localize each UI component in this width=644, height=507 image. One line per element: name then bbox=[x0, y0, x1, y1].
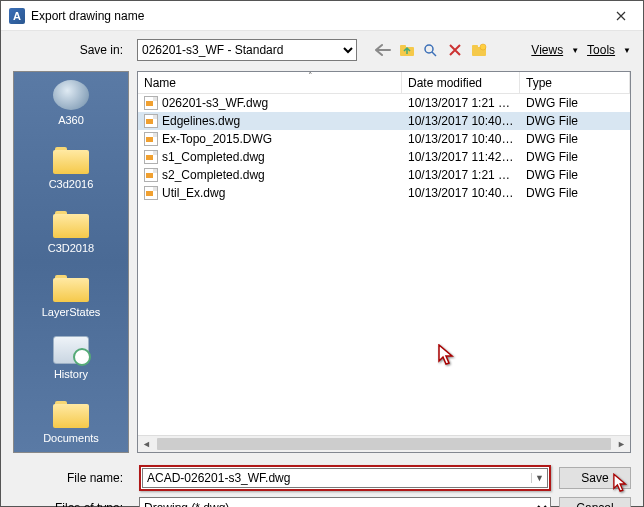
views-menu[interactable]: Views bbox=[527, 41, 567, 59]
file-type-dropdown[interactable]: Drawing (*.dwg) bbox=[139, 497, 551, 507]
file-name-cell: Ex-Topo_2015.DWG bbox=[138, 132, 402, 146]
delete-icon[interactable] bbox=[445, 40, 465, 60]
file-date-cell: 10/13/2017 1:21 PM bbox=[402, 96, 520, 110]
file-date-cell: 10/13/2017 10:40 … bbox=[402, 132, 520, 146]
file-name-highlight: ▼ bbox=[139, 465, 551, 491]
chevron-down-icon: ▼ bbox=[623, 46, 631, 55]
sidebar-item-label: Documents bbox=[43, 432, 99, 444]
file-name-cell: 026201-s3_WF.dwg bbox=[138, 96, 402, 110]
file-type-cell: DWG File bbox=[520, 132, 630, 146]
file-type-cell: DWG File bbox=[520, 186, 630, 200]
table-row[interactable]: 026201-s3_WF.dwg10/13/2017 1:21 PMDWG Fi… bbox=[138, 94, 630, 112]
dwg-file-icon bbox=[144, 186, 158, 200]
sidebar-item-label: A360 bbox=[58, 114, 84, 126]
a360-icon bbox=[53, 80, 89, 110]
file-name-cell: s1_Completed.dwg bbox=[138, 150, 402, 164]
sidebar-item-label: C3d2016 bbox=[49, 178, 94, 190]
sidebar-item-a360[interactable]: A360 bbox=[14, 72, 128, 136]
file-date-cell: 10/13/2017 1:21 PM bbox=[402, 168, 520, 182]
up-folder-icon[interactable] bbox=[397, 40, 417, 60]
sort-indicator-icon: ˄ bbox=[308, 71, 313, 81]
svg-point-2 bbox=[425, 45, 433, 53]
file-name-input[interactable] bbox=[143, 469, 531, 487]
location-toolbar: Save in: 026201-s3_WF - Standard Views ▼… bbox=[1, 31, 643, 65]
table-row[interactable]: Ex-Topo_2015.DWG10/13/2017 10:40 …DWG Fi… bbox=[138, 130, 630, 148]
sidebar-item-c3d2016[interactable]: C3d2016 bbox=[14, 136, 128, 200]
svg-rect-1 bbox=[400, 45, 406, 48]
tools-menu[interactable]: Tools bbox=[583, 41, 619, 59]
folder-dropdown[interactable]: 026201-s3_WF - Standard bbox=[137, 39, 357, 61]
title-bar: A Export drawing name bbox=[1, 1, 643, 31]
dwg-file-icon bbox=[144, 114, 158, 128]
folder-icon bbox=[53, 272, 89, 302]
scroll-right-icon[interactable]: ► bbox=[613, 436, 630, 452]
window-title: Export drawing name bbox=[31, 9, 598, 23]
history-icon bbox=[53, 336, 89, 364]
table-row[interactable]: s2_Completed.dwg10/13/2017 1:21 PMDWG Fi… bbox=[138, 166, 630, 184]
scroll-thumb[interactable] bbox=[157, 438, 611, 450]
column-header-type[interactable]: Type bbox=[520, 72, 630, 93]
file-date-cell: 10/13/2017 10:40 … bbox=[402, 114, 520, 128]
file-date-cell: 10/13/2017 11:42 … bbox=[402, 150, 520, 164]
file-type-label: Files of type: bbox=[13, 501, 131, 507]
horizontal-scrollbar[interactable]: ◄ ► bbox=[138, 435, 630, 452]
file-name-cell: Edgelines.dwg bbox=[138, 114, 402, 128]
file-type-cell: DWG File bbox=[520, 150, 630, 164]
folder-icon bbox=[53, 144, 89, 174]
close-icon bbox=[616, 11, 626, 21]
table-row[interactable]: Util_Ex.dwg10/13/2017 10:40 …DWG File bbox=[138, 184, 630, 202]
column-header-date[interactable]: Date modified bbox=[402, 72, 520, 93]
sidebar-item-label: C3D2018 bbox=[48, 242, 94, 254]
file-type-cell: DWG File bbox=[520, 114, 630, 128]
folder-icon bbox=[53, 208, 89, 238]
save-in-label: Save in: bbox=[13, 43, 131, 57]
sidebar-item-documents[interactable]: Documents bbox=[14, 390, 128, 453]
chevron-down-icon[interactable]: ▼ bbox=[531, 473, 547, 483]
file-list[interactable]: ˄ Name Date modified Type 026201-s3_WF.d… bbox=[137, 71, 631, 453]
table-row[interactable]: Edgelines.dwg10/13/2017 10:40 …DWG File bbox=[138, 112, 630, 130]
dwg-file-icon bbox=[144, 168, 158, 182]
file-type-cell: DWG File bbox=[520, 168, 630, 182]
file-date-cell: 10/13/2017 10:40 … bbox=[402, 186, 520, 200]
sidebar-item-layerstates[interactable]: LayerStates bbox=[14, 264, 128, 328]
sidebar-item-label: LayerStates bbox=[42, 306, 101, 318]
dwg-file-icon bbox=[144, 132, 158, 146]
svg-point-5 bbox=[480, 44, 486, 50]
sidebar-item-history[interactable]: History bbox=[14, 328, 128, 390]
column-header-name[interactable]: Name bbox=[138, 72, 402, 93]
back-icon[interactable] bbox=[373, 40, 393, 60]
places-sidebar: A360C3d2016C3D2018LayerStatesHistoryDocu… bbox=[13, 71, 129, 453]
file-name-cell: Util_Ex.dwg bbox=[138, 186, 402, 200]
dwg-file-icon bbox=[144, 96, 158, 110]
file-name-label: File name: bbox=[13, 471, 131, 485]
sidebar-item-label: History bbox=[54, 368, 88, 380]
file-name-cell: s2_Completed.dwg bbox=[138, 168, 402, 182]
folder-icon bbox=[53, 398, 89, 428]
scroll-left-icon[interactable]: ◄ bbox=[138, 436, 155, 452]
app-icon: A bbox=[9, 8, 25, 24]
save-button[interactable]: Save bbox=[559, 467, 631, 489]
cancel-button[interactable]: Cancel bbox=[559, 497, 631, 507]
search-web-icon[interactable] bbox=[421, 40, 441, 60]
close-button[interactable] bbox=[598, 1, 643, 30]
svg-rect-4 bbox=[472, 45, 478, 48]
table-row[interactable]: s1_Completed.dwg10/13/2017 11:42 …DWG Fi… bbox=[138, 148, 630, 166]
chevron-down-icon: ▼ bbox=[571, 46, 579, 55]
dwg-file-icon bbox=[144, 150, 158, 164]
cursor-icon bbox=[438, 344, 456, 372]
file-type-cell: DWG File bbox=[520, 96, 630, 110]
new-folder-icon[interactable] bbox=[469, 40, 489, 60]
sidebar-item-c3d2018[interactable]: C3D2018 bbox=[14, 200, 128, 264]
